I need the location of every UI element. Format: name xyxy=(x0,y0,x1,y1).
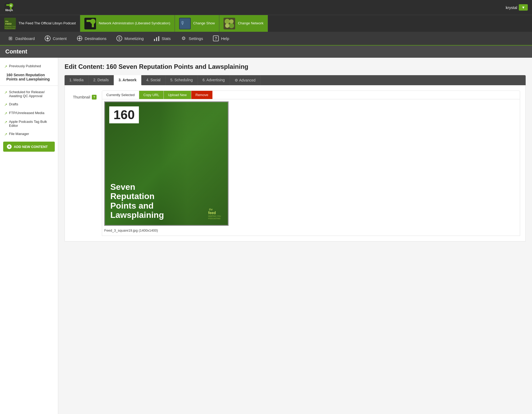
arrow-icon-6: ↗ xyxy=(4,132,7,136)
sidebar-divider xyxy=(0,86,58,86)
svg-text:feed: feed xyxy=(208,211,216,215)
artwork-title: Seven Reputation Points and Lawsplaining xyxy=(110,182,222,220)
thumbnail-label-container: Thumbnail ? xyxy=(70,91,97,100)
tab-social[interactable]: 4. Social xyxy=(142,75,166,85)
nav-monetizing-label: Monetizing xyxy=(124,36,144,41)
main-content: Edit Content: 160 Seven Reputation Point… xyxy=(58,58,532,414)
svg-point-17 xyxy=(225,19,230,24)
svg-point-19 xyxy=(225,24,229,28)
nav-tabs-row: the FEED KEEPING YOU PODCASTING The Feed… xyxy=(0,15,532,32)
stats-icon xyxy=(153,35,160,42)
feed-tab-label: The Feed The Official Libsyn Podcast xyxy=(19,21,76,26)
svg-text:FEED: FEED xyxy=(5,22,12,25)
thumbnail-row: Thumbnail ? Currently Selected Copy URL … xyxy=(70,91,520,236)
svg-text:?: ? xyxy=(215,36,217,40)
remove-button[interactable]: Remove xyxy=(191,91,212,99)
network-tab-label: Network Administration (Liberated Syndic… xyxy=(99,21,170,26)
nav-content[interactable]: Content xyxy=(39,32,71,45)
svg-rect-31 xyxy=(154,39,155,41)
tab-media[interactable]: 1. Media xyxy=(65,75,89,85)
svg-text:PODCASTING: PODCASTING xyxy=(5,28,15,29)
content-tabs: 1. Media 2. Details 3. Artwork 4. Social… xyxy=(65,75,526,85)
sidebar-item-ftp[interactable]: ↗ FTP/Unreleased Media xyxy=(0,109,58,118)
artwork-container: Currently Selected Copy URL Upload New R… xyxy=(102,91,520,236)
dashboard-icon: ⊞ xyxy=(7,35,14,42)
thumbnail-label-text: Thumbnail xyxy=(73,95,90,99)
svg-point-22 xyxy=(47,37,49,39)
help-icon: ? xyxy=(212,35,219,42)
svg-text:4: 4 xyxy=(10,4,12,7)
sidebar-item-active[interactable]: 160 Seven Reputation Points and Lawsplai… xyxy=(0,71,58,83)
main-nav: ⊞ Dashboard Content Destinations $ Monet… xyxy=(0,32,532,46)
gear-icon: ⚙ xyxy=(235,78,238,82)
content-icon xyxy=(44,35,51,42)
change-network-tab-label: Change Network xyxy=(238,21,263,26)
destinations-icon xyxy=(76,35,83,42)
tab-advanced[interactable]: ⚙ Advanced xyxy=(230,75,261,85)
nav-tab-change-network[interactable]: Change Network xyxy=(219,15,268,32)
tab-details[interactable]: 2. Details xyxy=(89,75,114,85)
nav-monetizing[interactable]: $ Monetizing xyxy=(111,32,148,45)
nav-stats-label: Stats xyxy=(162,36,171,41)
top-bar: 4 libsyn krystal ▼ xyxy=(0,0,532,15)
page-layout: ↗ Previously Published 160 Seven Reputat… xyxy=(0,58,532,414)
nav-tab-feed[interactable]: the FEED KEEPING YOU PODCASTING The Feed… xyxy=(0,15,80,32)
sidebar-item-scheduled[interactable]: ↗ Scheduled for Release/ Awaiting QC App… xyxy=(0,88,58,100)
svg-text:KEEPING YOU: KEEPING YOU xyxy=(208,215,221,217)
sidebar-item-drafts[interactable]: ↗ Drafts xyxy=(0,100,58,109)
artwork-dimensions: (1400x1400) xyxy=(139,228,158,232)
thumbnail-help-badge[interactable]: ? xyxy=(92,95,97,100)
svg-text:the: the xyxy=(5,20,9,22)
svg-rect-32 xyxy=(156,37,157,41)
libsyn-logo: 4 libsyn xyxy=(4,3,14,12)
nav-destinations-label: Destinations xyxy=(85,36,107,41)
tab-scheduling[interactable]: 5. Scheduling xyxy=(166,75,198,85)
sidebar-item-file-manager[interactable]: ↗ File Manager xyxy=(0,130,58,138)
add-new-content-button[interactable]: + ADD NEW CONTENT xyxy=(3,142,55,152)
arrow-icon-4: ↗ xyxy=(4,111,7,115)
nav-settings-label: Settings xyxy=(189,36,203,41)
tab-advertising[interactable]: 6. Advertising xyxy=(198,75,230,85)
feed-thumbnail: the FEED KEEPING YOU PODCASTING xyxy=(4,18,16,29)
svg-point-18 xyxy=(229,23,234,28)
artwork-image: 160 Seven Reputation Points and Lawsplai… xyxy=(104,101,229,226)
arrow-icon: ↗ xyxy=(4,64,7,69)
arrow-icon-3: ↗ xyxy=(4,102,7,107)
user-dropdown-button[interactable]: ▼ xyxy=(519,4,528,11)
nav-settings[interactable]: ⚙ Settings xyxy=(175,32,208,45)
nav-help-label: Help xyxy=(221,36,229,41)
tab-artwork[interactable]: 3. Artwork xyxy=(114,75,142,85)
logo-icon: 4 libsyn xyxy=(4,3,14,12)
artwork-preview-box: 160 Seven Reputation Points and Lawsplai… xyxy=(102,99,520,236)
upload-new-button[interactable]: Upload New xyxy=(164,91,191,99)
settings-icon: ⚙ xyxy=(180,35,187,42)
svg-text:🎙: 🎙 xyxy=(180,20,185,26)
nav-stats[interactable]: Stats xyxy=(148,32,175,45)
svg-rect-33 xyxy=(158,36,159,41)
nav-tab-change-show[interactable]: 🎙 Change Show xyxy=(175,15,220,32)
nav-dashboard-label: Dashboard xyxy=(15,36,35,41)
change-show-tab-label: Change Show xyxy=(193,21,215,26)
username: krystal xyxy=(506,5,517,10)
svg-point-20 xyxy=(229,19,234,24)
change-network-thumbnail xyxy=(224,18,235,29)
monetizing-icon: $ xyxy=(116,35,123,42)
nav-destinations[interactable]: Destinations xyxy=(71,32,111,45)
sidebar-item-apple-bulk[interactable]: ↗ Apple Podcasts Tag Bulk Editor xyxy=(0,118,58,130)
tab-panel-artwork: Thumbnail ? Currently Selected Copy URL … xyxy=(65,85,526,241)
nav-tab-network[interactable]: Network Administration (Liberated Syndic… xyxy=(80,15,175,32)
network-thumbnail xyxy=(84,18,96,29)
svg-text:libsyn: libsyn xyxy=(5,9,13,12)
copy-url-button[interactable]: Copy URL xyxy=(139,91,164,99)
artwork-logo: the feed KEEPING YOU PODCASTING xyxy=(208,207,224,221)
svg-text:KEEPING YOU: KEEPING YOU xyxy=(5,26,16,28)
svg-text:$: $ xyxy=(118,36,120,40)
nav-dashboard[interactable]: ⊞ Dashboard xyxy=(2,32,39,45)
nav-help[interactable]: ? Help xyxy=(208,32,234,45)
svg-point-12 xyxy=(90,19,96,24)
currently-selected-button[interactable]: Currently Selected xyxy=(102,91,139,99)
arrow-icon-5: ↗ xyxy=(4,120,7,124)
arrow-icon-2: ↗ xyxy=(4,90,7,94)
artwork-filename: Feed_3_square19.jpg (1400x1400) xyxy=(104,227,518,233)
sidebar-item-previously-published[interactable]: ↗ Previously Published xyxy=(0,62,58,71)
